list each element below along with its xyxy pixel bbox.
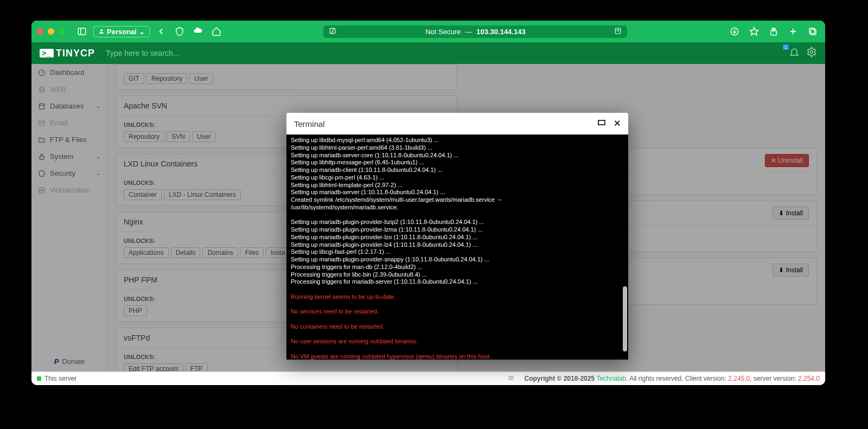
browser-window: Personal ⌄ Not Secure — 103.30.144.143 [31,21,825,385]
notifications-icon[interactable]: 1 [789,47,800,60]
modal-header: Terminal ✕ [286,113,628,135]
logo[interactable]: >_ TINYCP [40,48,95,59]
notif-badge: 1 [783,44,789,50]
url-insecure-label: Not Secure [425,28,461,36]
home-icon[interactable] [209,24,224,39]
terminal-output[interactable]: Setting up libdbd-mysql-perl:amd64 (4.05… [286,135,628,360]
close-window-button[interactable] [37,28,43,35]
downloads-icon[interactable] [727,24,742,39]
modal-scrollbar[interactable] [623,135,627,356]
app-header: >_ TINYCP 1 [31,42,825,64]
maximize-icon[interactable] [597,118,606,129]
share-icon[interactable] [767,24,781,39]
svg-rect-15 [810,29,816,35]
bookmarks-icon[interactable] [747,24,761,39]
svg-point-2 [100,29,103,31]
close-icon[interactable]: ✕ [614,118,621,129]
server-status-icon [37,376,41,381]
client-version: 2.245.0 [728,375,750,382]
titlebar: Personal ⌄ Not Secure — 103.30.144.143 [31,21,825,42]
svg-line-4 [331,28,334,33]
shield-icon[interactable] [173,24,187,39]
url-host: 103.30.144.143 [476,28,525,36]
logo-text: TINYCP [56,48,95,59]
terminal-modal: Terminal ✕ Setting up libdbd-mysql-perl:… [286,113,628,360]
sidebar-toggle-icon[interactable] [75,24,89,39]
scrollbar-thumb[interactable] [623,286,627,351]
server-version: 2.254.0 [798,375,820,382]
profile-button[interactable]: Personal ⌄ [93,26,150,37]
traffic-lights [37,28,65,35]
logo-prefix: >_ [40,49,54,57]
company-link[interactable]: Technalab [596,375,626,382]
svg-rect-0 [78,28,86,35]
reader-icon[interactable] [614,27,622,36]
svg-marker-10 [750,28,758,35]
tabs-overview-icon[interactable] [806,24,820,39]
svg-rect-31 [598,120,605,125]
search-wrap [106,48,778,58]
url-bar[interactable]: Not Secure — 103.30.144.143 [250,25,701,38]
profile-label: Personal [107,28,137,36]
chevron-down-icon: ⌄ [139,28,145,36]
search-input[interactable] [106,49,778,57]
cloud-icon[interactable] [191,24,205,39]
back-button[interactable] [154,24,168,39]
svg-rect-16 [809,28,815,34]
list-icon[interactable] [507,374,515,383]
maximize-window-button[interactable] [59,28,65,35]
minimize-window-button[interactable] [48,28,54,35]
new-tab-icon[interactable] [786,24,800,39]
settings-icon[interactable] [806,47,817,60]
footer: This server Copyright © 2018-2025 Techna… [31,372,825,385]
modal-title: Terminal [294,119,325,129]
svg-point-17 [810,51,813,54]
insecure-icon [329,27,336,36]
server-label: This server [44,375,76,382]
